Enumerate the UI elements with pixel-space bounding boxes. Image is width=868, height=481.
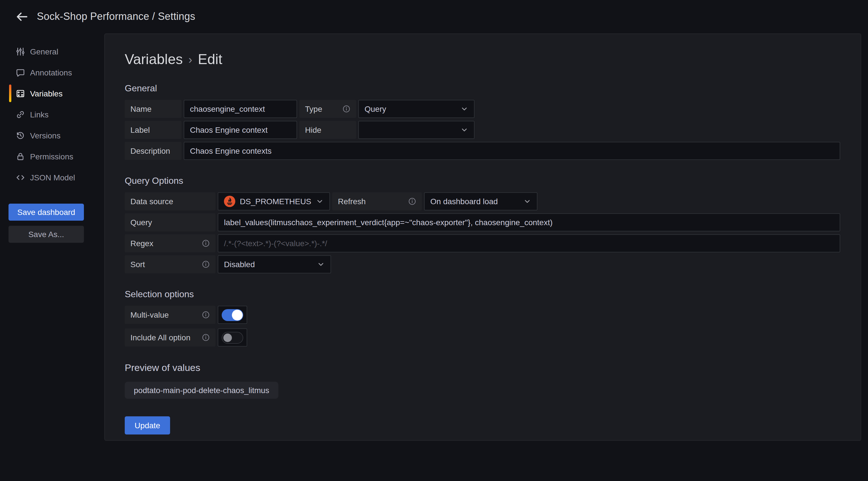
query-options-section: Query Options Data source DS_PROMETHEUS … (125, 176, 840, 273)
name-type-row: Name Type Query (125, 100, 840, 118)
regex-row: Regex (125, 234, 840, 252)
sidebar-item-label: Versions (30, 131, 60, 140)
settings-sidebar: General Annotations Variables (0, 33, 104, 243)
sidebar-item-versions[interactable]: Versions (0, 125, 104, 146)
save-dashboard-button[interactable]: Save dashboard (8, 204, 84, 221)
datasource-refresh-row: Data source DS_PROMETHEUS Refresh (125, 192, 840, 210)
datasource-label: Data source (125, 192, 215, 210)
label-input[interactable] (184, 121, 297, 139)
info-icon[interactable] (408, 198, 416, 205)
hide-label: Hide (299, 121, 356, 139)
query-label: Query (125, 213, 215, 232)
lock-icon (16, 152, 25, 161)
preview-values: podtato-main-pod-delete-chaos_litmus (125, 382, 840, 399)
topbar: Sock-Shop Performance / Settings (0, 0, 868, 33)
sidebar-item-label: Links (30, 110, 49, 119)
query-row: Query (125, 213, 840, 232)
multi-value-row: Multi-value (125, 306, 840, 324)
sidebar-item-variables[interactable]: Variables (0, 83, 104, 104)
update-button[interactable]: Update (125, 416, 170, 434)
arrow-left-icon (15, 10, 28, 23)
label-label: Label (125, 121, 181, 139)
preview-section: Preview of values podtato-main-pod-delet… (125, 362, 840, 399)
info-icon[interactable] (202, 260, 210, 268)
selection-options-heading: Selection options (125, 289, 840, 300)
sidebar-item-label: JSON Model (30, 173, 75, 182)
breadcrumb-separator-icon: › (188, 52, 192, 66)
info-icon[interactable] (202, 311, 210, 319)
preview-heading: Preview of values (125, 362, 840, 374)
settings-nav: General Annotations Variables (0, 41, 104, 188)
sort-select[interactable]: Disabled (218, 255, 331, 273)
regex-label: Regex (125, 234, 215, 252)
sidebar-item-label: General (30, 47, 58, 56)
refresh-label: Refresh (332, 192, 422, 210)
calculator-icon (16, 89, 25, 98)
chevron-down-icon (523, 198, 531, 205)
include-all-row: Include All option (125, 328, 840, 347)
info-icon[interactable] (202, 239, 210, 247)
datasource-select[interactable]: DS_PROMETHEUS (218, 192, 330, 210)
description-input[interactable] (184, 142, 840, 160)
link-icon (16, 110, 25, 119)
page-title: Sock-Shop Performance / Settings (37, 10, 195, 22)
description-row: Description (125, 142, 840, 160)
chevron-down-icon (460, 126, 468, 134)
description-label: Description (125, 142, 181, 160)
general-section: General Name Type Query (125, 83, 840, 160)
chevron-down-icon (460, 105, 468, 113)
sliders-icon (16, 47, 25, 56)
sort-label: Sort (125, 255, 215, 273)
sidebar-item-label: Permissions (30, 152, 73, 161)
variables-edit-panel: Variables › Edit General Name Type (104, 33, 861, 441)
breadcrumb-page: Edit (198, 51, 222, 67)
query-options-heading: Query Options (125, 176, 840, 186)
toggle-switch (222, 309, 243, 321)
sidebar-item-permissions[interactable]: Permissions (0, 146, 104, 167)
include-all-toggle[interactable] (218, 328, 247, 347)
sidebar-item-links[interactable]: Links (0, 104, 104, 125)
comment-icon (16, 68, 25, 77)
toggle-switch (222, 332, 243, 343)
regex-input[interactable] (218, 234, 840, 252)
selection-options-section: Selection options Multi-value Include Al… (125, 289, 840, 347)
multi-value-label: Multi-value (125, 306, 215, 324)
sidebar-item-json-model[interactable]: JSON Model (0, 167, 104, 188)
code-icon (16, 173, 25, 182)
back-button[interactable] (11, 6, 32, 27)
type-label: Type (299, 100, 356, 118)
sidebar-item-annotations[interactable]: Annotations (0, 62, 104, 83)
grafana-dashboard-settings: Sock-Shop Performance / Settings General… (0, 0, 868, 481)
name-input[interactable] (184, 100, 297, 118)
multi-value-toggle[interactable] (218, 306, 247, 324)
save-as-button[interactable]: Save As... (8, 226, 84, 243)
breadcrumb: Variables › Edit (125, 51, 840, 67)
sort-row: Sort Disabled (125, 255, 840, 273)
prometheus-icon (224, 196, 235, 207)
sidebar-item-general[interactable]: General (0, 41, 104, 62)
query-input[interactable] (218, 213, 840, 232)
breadcrumb-section[interactable]: Variables (125, 51, 183, 67)
info-icon[interactable] (342, 105, 350, 113)
hide-select[interactable] (358, 121, 474, 139)
chevron-down-icon (317, 260, 325, 268)
general-heading: General (125, 83, 840, 94)
refresh-select[interactable]: On dashboard load (424, 192, 537, 210)
chevron-down-icon (316, 198, 324, 205)
type-select[interactable]: Query (358, 100, 474, 118)
sidebar-item-label: Variables (30, 89, 63, 98)
include-all-label: Include All option (125, 328, 215, 347)
history-icon (16, 131, 25, 140)
info-icon[interactable] (202, 333, 210, 341)
preview-value-chip: podtato-main-pod-delete-chaos_litmus (125, 382, 278, 399)
sidebar-item-label: Annotations (30, 68, 72, 77)
name-label: Name (125, 100, 181, 118)
label-hide-row: Label Hide (125, 121, 840, 139)
